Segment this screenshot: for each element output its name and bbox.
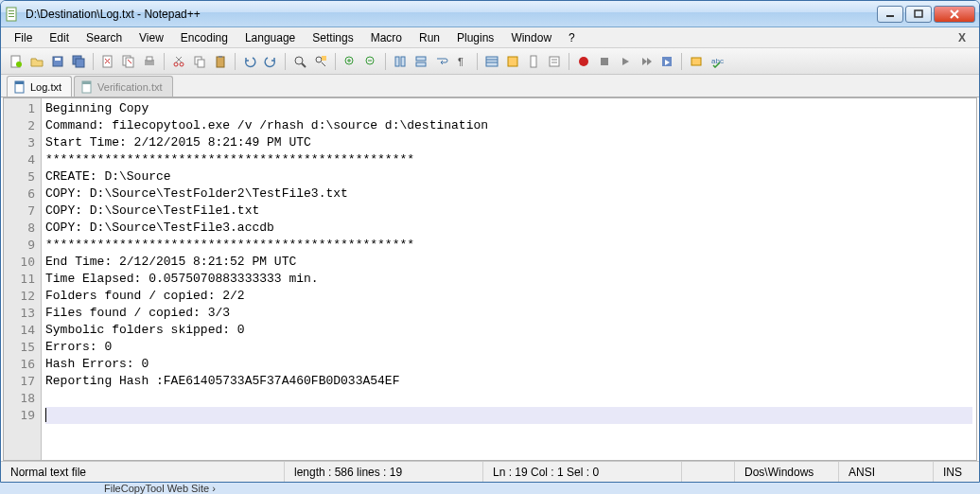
svg-point-30: [295, 57, 303, 64]
cut-icon[interactable]: [169, 52, 188, 71]
editor-content[interactable]: Beginning CopyCommand: filecopytool.exe …: [42, 98, 976, 460]
play-macro-icon[interactable]: [616, 52, 635, 71]
close-all-icon[interactable]: [119, 52, 138, 71]
editor-line[interactable]: Time Elapsed: 0.0575070883333333 min.: [45, 271, 972, 288]
new-file-icon[interactable]: [7, 52, 26, 71]
status-eol: Dos\Windows: [735, 462, 839, 482]
svg-rect-39: [395, 57, 399, 66]
editor-line[interactable]: Start Time: 2/12/2015 8:21:49 PM UTC: [45, 134, 972, 151]
editor-line[interactable]: End Time: 2/12/2015 8:21:52 PM UTC: [45, 254, 972, 271]
svg-rect-21: [147, 57, 152, 61]
play-multi-icon[interactable]: [637, 52, 656, 71]
menu-run[interactable]: Run: [411, 29, 447, 46]
tab-close-x[interactable]: X: [951, 31, 973, 44]
menu-file[interactable]: File: [7, 29, 40, 46]
print-icon[interactable]: [140, 52, 159, 71]
zoom-in-icon[interactable]: [341, 52, 359, 71]
editor-line[interactable]: CREATE: D:\Source: [45, 168, 972, 185]
svg-rect-53: [601, 58, 608, 65]
maximize-button[interactable]: [905, 6, 932, 23]
indent-guide-icon[interactable]: [482, 52, 501, 71]
editor-line[interactable]: Files found / copied: 3/3: [45, 305, 972, 322]
doc-map-icon[interactable]: [524, 52, 543, 71]
editor-line[interactable]: ****************************************…: [45, 237, 972, 254]
svg-rect-5: [915, 10, 922, 17]
sync-v-icon[interactable]: [391, 52, 410, 71]
editor-line[interactable]: Beginning Copy: [45, 100, 972, 117]
show-panel-icon[interactable]: [687, 52, 706, 71]
zoom-out-icon[interactable]: [361, 52, 380, 71]
svg-rect-27: [198, 60, 204, 67]
menu-view[interactable]: View: [131, 29, 171, 46]
editor-line[interactable]: Hash Errors: 0: [45, 356, 972, 373]
editor-line[interactable]: Folders found / copied: 2/2: [45, 288, 972, 305]
menubar: File Edit Search View Encoding Language …: [1, 27, 979, 48]
spellcheck-icon[interactable]: abc: [708, 52, 726, 71]
func-list-icon[interactable]: [545, 52, 564, 71]
close-file-icon[interactable]: [98, 52, 117, 71]
menu-window[interactable]: Window: [503, 29, 559, 46]
file-icon: [80, 80, 94, 94]
titlebar[interactable]: D:\Destination\Log.txt - Notepad++: [1, 1, 979, 27]
editor-line[interactable]: COPY: D:\Source\TestFolder2\TestFile3.tx…: [45, 185, 972, 203]
status-filetype: Normal text file: [1, 462, 285, 482]
record-macro-icon[interactable]: [574, 52, 593, 71]
svg-rect-47: [508, 57, 517, 66]
menu-macro[interactable]: Macro: [363, 29, 410, 46]
stop-macro-icon[interactable]: [595, 52, 614, 71]
svg-rect-29: [219, 56, 222, 58]
menu-settings[interactable]: Settings: [305, 29, 360, 46]
svg-text:¶: ¶: [458, 56, 464, 67]
svg-rect-28: [217, 57, 224, 67]
close-button[interactable]: [934, 6, 975, 23]
status-length: length : 586 lines : 19: [285, 462, 483, 482]
status-insert-mode: INS: [934, 462, 979, 482]
svg-rect-49: [550, 57, 559, 66]
sync-h-icon[interactable]: [411, 52, 430, 71]
editor-line[interactable]: COPY: D:\Source\TestFile3.accdb: [45, 220, 972, 237]
menu-search[interactable]: Search: [79, 29, 130, 46]
line-number-gutter: 12345678910111213141516171819: [4, 98, 42, 460]
editor-line[interactable]: Command: filecopytool.exe /v /rhash d:\s…: [45, 117, 972, 134]
find-icon[interactable]: [290, 52, 309, 71]
save-all-icon[interactable]: [69, 52, 88, 71]
menu-edit[interactable]: Edit: [42, 29, 77, 46]
open-file-icon[interactable]: [27, 52, 46, 71]
show-all-chars-icon[interactable]: ¶: [453, 52, 472, 71]
wrap-icon[interactable]: [432, 52, 451, 71]
svg-point-23: [180, 62, 184, 66]
save-icon[interactable]: [48, 52, 67, 71]
undo-icon[interactable]: [240, 52, 259, 71]
editor-line[interactable]: ****************************************…: [45, 151, 972, 168]
editor-line[interactable]: [45, 407, 972, 424]
editor-line[interactable]: Symbolic folders skipped: 0: [45, 322, 972, 339]
svg-rect-55: [691, 58, 701, 65]
svg-rect-58: [15, 81, 24, 84]
svg-point-32: [316, 57, 322, 62]
svg-rect-1: [9, 10, 14, 11]
editor-line[interactable]: Reporting Hash :FAE61405733A5F37A460FB0D…: [45, 373, 972, 390]
replace-icon[interactable]: [311, 52, 330, 71]
svg-rect-18: [126, 58, 133, 67]
menu-encoding[interactable]: Encoding: [173, 29, 236, 46]
tab-log[interactable]: Log.txt: [7, 76, 72, 97]
menu-language[interactable]: Language: [237, 29, 303, 46]
editor-line[interactable]: Errors: 0: [45, 339, 972, 356]
user-lang-icon[interactable]: [503, 52, 522, 71]
editor[interactable]: 12345678910111213141516171819 Beginning …: [3, 97, 977, 461]
minimize-button[interactable]: [877, 6, 903, 23]
tab-label: Log.txt: [30, 81, 61, 93]
editor-line[interactable]: COPY: D:\Source\TestFile1.txt: [45, 203, 972, 220]
redo-icon[interactable]: [261, 52, 280, 71]
svg-rect-2: [9, 13, 14, 14]
file-icon: [13, 80, 26, 94]
menu-plugins[interactable]: Plugins: [449, 29, 501, 46]
save-macro-icon[interactable]: [657, 52, 676, 71]
tab-verification[interactable]: Verification.txt: [74, 76, 172, 97]
paste-icon[interactable]: [211, 52, 230, 71]
app-icon: [5, 7, 20, 22]
svg-point-22: [174, 62, 178, 66]
menu-help[interactable]: ?: [561, 29, 583, 46]
editor-line[interactable]: [45, 390, 972, 407]
copy-icon[interactable]: [190, 52, 209, 71]
